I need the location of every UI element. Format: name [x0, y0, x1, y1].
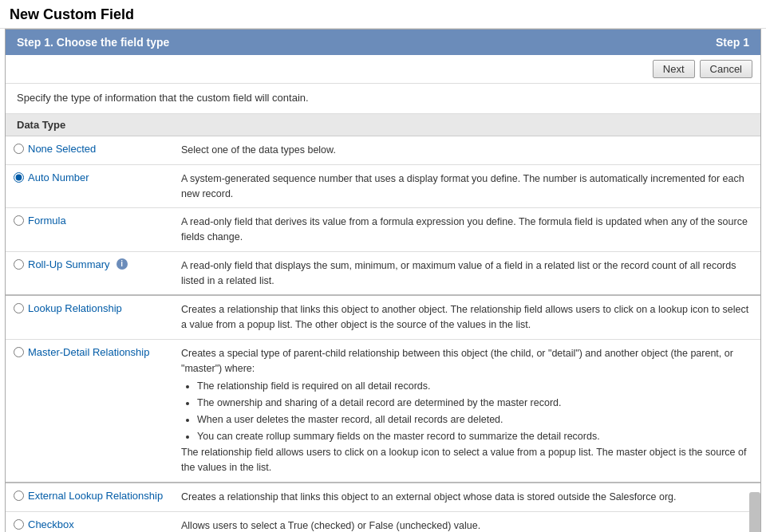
field-radio-master-detail-relationship[interactable] — [14, 347, 24, 357]
table-row: CheckboxAllows users to select a True (c… — [6, 511, 760, 532]
step-header: Step 1. Choose the field type Step 1 — [6, 30, 760, 55]
field-radio-roll-up-summary[interactable] — [14, 259, 24, 270]
table-row: None SelectedSelect one of the data type… — [6, 136, 760, 164]
table-row: External Lookup RelationshipCreates a re… — [6, 483, 760, 511]
field-description: A read-only field that displays the sum,… — [173, 251, 760, 295]
step-header-right: Step 1 — [716, 36, 749, 49]
toolbar: Next Cancel — [6, 55, 760, 84]
page-title: New Custom Field — [10, 6, 134, 22]
field-description: Creates a relationship that links this o… — [173, 295, 760, 339]
cancel-button[interactable]: Cancel — [700, 60, 752, 78]
field-label[interactable]: Roll-Up Summary — [28, 258, 110, 270]
field-label[interactable]: External Lookup Relationship — [28, 490, 163, 502]
bullet-point: When a user deletes the master record, a… — [197, 412, 752, 428]
field-description: Select one of the data types below. — [173, 136, 760, 164]
field-label[interactable]: None Selected — [28, 143, 96, 155]
field-radio-checkbox[interactable] — [14, 519, 24, 530]
info-icon[interactable]: i — [116, 258, 128, 270]
field-radio-formula[interactable] — [14, 215, 24, 226]
scrollbar[interactable] — [749, 492, 760, 532]
table-row: Roll-Up SummaryiA read-only field that d… — [6, 251, 760, 295]
field-description: Creates a special type of parent-child r… — [173, 339, 760, 483]
next-button[interactable]: Next — [653, 60, 695, 78]
field-table: None SelectedSelect one of the data type… — [6, 136, 760, 532]
field-radio-external-lookup-relationship[interactable] — [14, 491, 24, 501]
step-header-left: Step 1. Choose the field type — [17, 36, 169, 49]
bullet-point: The relationship field is required on al… — [197, 379, 752, 394]
data-type-header: Data Type — [6, 114, 760, 136]
field-description: A read-only field that derives its value… — [173, 208, 760, 252]
table-row: FormulaA read-only field that derives it… — [6, 208, 760, 252]
field-description: A system-generated sequence number that … — [173, 164, 760, 208]
bullet-point: The ownership and sharing of a detail re… — [197, 396, 752, 411]
field-description: Creates a relationship that links this o… — [173, 483, 760, 511]
bullet-point: You can create rollup summary fields on … — [197, 429, 752, 444]
field-description: Allows users to select a True (checked) … — [173, 511, 760, 532]
field-radio-none-selected[interactable] — [14, 144, 24, 154]
instruction-text: Specify the type of information that the… — [6, 84, 760, 114]
field-radio-auto-number[interactable] — [14, 172, 24, 183]
field-label[interactable]: Auto Number — [28, 171, 89, 183]
table-row: Master-Detail RelationshipCreates a spec… — [6, 339, 760, 483]
field-label[interactable]: Lookup Relationship — [28, 302, 122, 314]
field-label[interactable]: Checkbox — [28, 518, 74, 530]
table-row: Auto NumberA system-generated sequence n… — [6, 164, 760, 208]
table-row: Lookup RelationshipCreates a relationshi… — [6, 295, 760, 339]
field-radio-lookup-relationship[interactable] — [14, 303, 24, 313]
field-label[interactable]: Formula — [28, 215, 66, 227]
field-label[interactable]: Master-Detail Relationship — [28, 346, 149, 358]
